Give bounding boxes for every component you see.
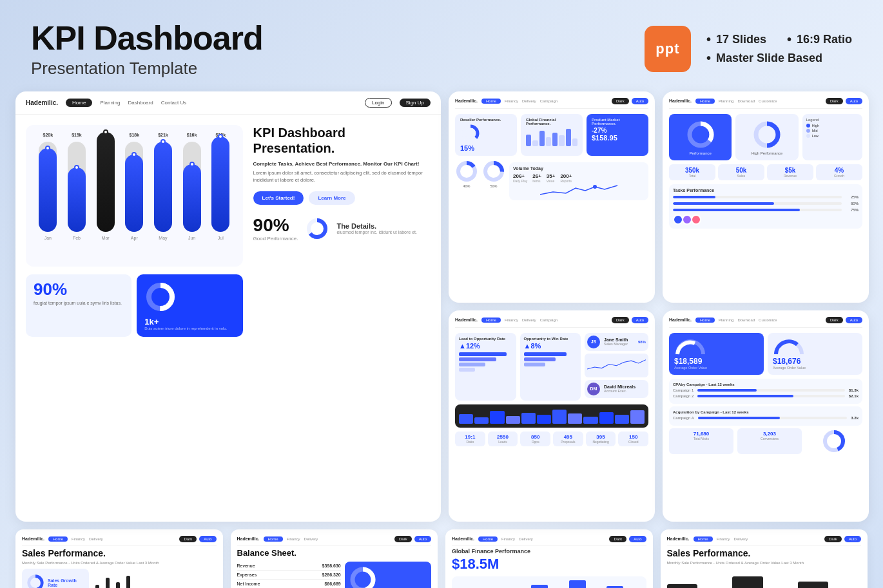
- bottom-slide-balance: Hademilic. Home Financy Delivery Dark Au…: [231, 529, 438, 588]
- val-18589: $18,589: [674, 357, 759, 366]
- donut-50: 50%: [482, 160, 505, 188]
- btn-learn[interactable]: Learn More: [309, 191, 354, 205]
- bar-mar: Mar: [97, 142, 115, 240]
- volume-section: Volume Today 206+ Daily Play 26+ Items 3…: [509, 162, 648, 200]
- num-2550: 2550 Leads: [488, 432, 518, 446]
- number-50k: 50k Sales: [718, 164, 764, 180]
- dash-btn-dark-ml[interactable]: Dark: [612, 317, 629, 323]
- stat-1k-value: 1k+: [144, 317, 235, 327]
- metric-reseller-val: 15%: [460, 144, 512, 152]
- meta-block: ppt 17 Slides 16:9 Ratio Master Slide Ba…: [645, 26, 852, 72]
- slide-desc: Lorem ipsum dolor sit amet, consectetur …: [253, 169, 431, 184]
- bottom-btn-blue-s1[interactable]: Auto: [199, 536, 216, 542]
- meta-master: Master Slide Based: [706, 51, 822, 66]
- metric-reseller: Reseller Performance. 15%: [455, 114, 517, 156]
- progress-bar-2: [673, 202, 842, 205]
- val-2550: 2550: [492, 434, 514, 440]
- btn-started[interactable]: Let's Started!: [253, 191, 304, 205]
- dash-btn-dark-tr1[interactable]: Dark: [612, 98, 629, 104]
- ppt-badge: ppt: [645, 26, 691, 72]
- sales-subtitle-2: Monthly Sale Performance - Units Ordered…: [667, 561, 862, 565]
- legend-col: Legend High Mid Low: [802, 114, 862, 160]
- david-name: David Micreals: [604, 384, 636, 389]
- bottom-slides-row: Hademilic. Home Financy Delivery Dark Au…: [0, 529, 883, 588]
- slide-top-right-1: Hademilic. Home Financy Delivery Campaig…: [449, 91, 655, 303]
- dash-tab-mr: Home: [695, 318, 715, 323]
- sales-content-1: Sales Growth Rate $4,914 $6.0M 2,897 9/1…: [22, 569, 217, 588]
- dash-header-tr1: Hademilic. Home Financy Delivery Campaig…: [455, 98, 648, 109]
- num-395: 395 Negotiating: [586, 432, 616, 446]
- pie-chart-mini: [144, 281, 177, 313]
- bottom-tab-gray-s1-1: Financy: [72, 537, 85, 541]
- bar-val-0: $20k: [43, 133, 53, 137]
- bottom-dash-header-gf: Hademilic. Home Financy Delivery Dark Au…: [452, 536, 646, 545]
- bottom-donut-mr-svg: [821, 428, 847, 454]
- dash-btn-blue-tr2[interactable]: Auto: [846, 98, 862, 104]
- dash-btn-dark-mr[interactable]: Dark: [826, 317, 843, 323]
- campaign-val-2: $2.1k: [849, 394, 859, 398]
- sales-growth-label: Sales Growth Rate: [48, 578, 85, 587]
- lbl-19: Ratio: [459, 440, 481, 444]
- dash-btn-blue-mr[interactable]: Auto: [846, 317, 862, 323]
- dash-tab-tr2: Home: [695, 99, 715, 104]
- metric-product-title: Product Market Performance.: [592, 118, 643, 126]
- balance-row-3: Net Income $66,689: [237, 580, 341, 588]
- nav-contact: Contact Us: [161, 100, 187, 106]
- donut-blue-1: Performance: [669, 114, 732, 160]
- dash-btn-blue-ml[interactable]: Auto: [632, 317, 648, 323]
- jane-title: Sales Manager: [604, 342, 628, 346]
- dash-btn-blue-tr1[interactable]: Auto: [632, 98, 648, 104]
- nav-planning: Planning: [100, 100, 120, 106]
- lbl-18676: Average Order Value: [773, 366, 857, 370]
- donut-light-svg-1: [752, 119, 782, 150]
- num-495: 495 Proposals: [553, 432, 583, 446]
- val-50k: 50k: [722, 167, 761, 174]
- vol-daily: 206+ Daily Play: [513, 173, 527, 183]
- bottom-logo-bs: Hademilic.: [237, 536, 260, 541]
- btn-login[interactable]: Login: [365, 98, 392, 108]
- bottom-logo-s1: Hademilic.: [22, 536, 44, 541]
- slide-tagline: Complete Tasks, Achieve Best Performance…: [253, 161, 431, 167]
- avatar-david: DM: [587, 383, 600, 395]
- donut-40-svg: [455, 160, 478, 183]
- stat-pct-desc: feugiat tempor ipsum uuia e symv liris l…: [34, 300, 124, 306]
- lbl-5k: Revenue: [771, 174, 810, 178]
- avatar-jane: JS: [587, 336, 600, 348]
- balance-title: Balance Sheet.: [237, 548, 432, 558]
- person-card-jane: JS Jane Smith Sales Manager 98% DM: [585, 333, 648, 401]
- bottom-btn-dark-s2[interactable]: Dark: [824, 536, 842, 542]
- bottom-btn-blue-bs[interactable]: Auto: [414, 536, 431, 542]
- donut-top-row: Performance High Performance Legend High…: [669, 114, 862, 160]
- sales-donut-1: [26, 573, 45, 588]
- slide-mid-right: Hademilic. Home Planning Download Custom…: [663, 310, 869, 522]
- cpa-section: CPAby Campaign - Last 12 weeks Campaign …: [669, 379, 862, 404]
- dash-tab-gray2: Delivery: [522, 99, 536, 103]
- bottom-btn-dark-s1[interactable]: Dark: [179, 536, 197, 542]
- header: KPI Dashboard Presentation Template ppt …: [0, 0, 883, 91]
- progress-bar-3: [673, 209, 842, 211]
- stats-row: 90% feugiat tempor ipsum uuia e symv lir…: [26, 274, 243, 337]
- btn-signup[interactable]: Sign Up: [400, 99, 431, 107]
- balance-donut-blue: 70%: [345, 562, 431, 588]
- donut-40-label: 40%: [463, 184, 470, 188]
- bottom-slide-sales2: Hademilic. Home Financy Delivery Dark Au…: [661, 529, 868, 588]
- number-5k: $5k Revenue: [767, 164, 813, 180]
- jane-stat: 98%: [638, 340, 646, 344]
- num-19: 19:1 Ratio: [455, 432, 485, 446]
- bottom-btn-blue-s2[interactable]: Auto: [844, 536, 861, 542]
- volume-line-chart: [513, 183, 645, 196]
- slide-mid-left: Hademilic. Home Financy Delivery Campaig…: [449, 310, 655, 522]
- bottom-tab-gray-gf1: Financy: [501, 537, 515, 541]
- bottom-donut-mr: [806, 428, 862, 454]
- bottom-btn-dark-gf[interactable]: Dark: [609, 536, 626, 542]
- bottom-btn-blue-gf[interactable]: Auto: [629, 536, 646, 542]
- campaign-val-1: $1.3k: [849, 388, 859, 392]
- number-4pct: 4% Growth: [816, 164, 862, 180]
- progress-bar-1: [673, 196, 842, 198]
- bar-label-feb: Feb: [73, 236, 81, 240]
- dash-tab-ml: Home: [481, 318, 501, 323]
- big-pct-label: Good Performance.: [253, 236, 298, 242]
- progress-row-3: 75%: [673, 208, 859, 212]
- dash-btn-dark-tr2[interactable]: Dark: [826, 98, 843, 104]
- bottom-btn-dark-bs[interactable]: Dark: [394, 536, 412, 542]
